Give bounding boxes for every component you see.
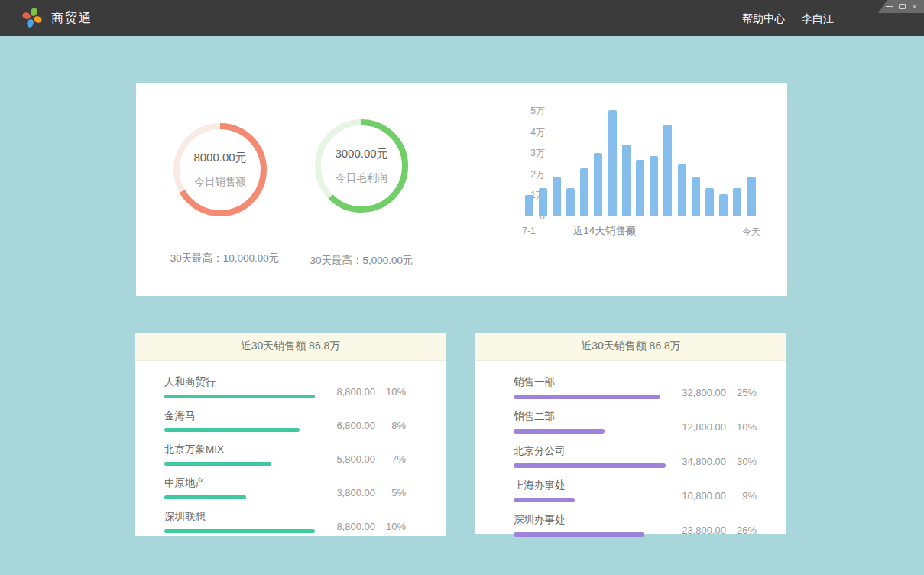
rank-row-values: 10,800.009% [682, 490, 757, 502]
rank-row-left: 上海办事处 [514, 479, 682, 502]
username-menu[interactable]: 李白江 [802, 12, 834, 26]
rank-row-values: 8,800.0010% [336, 386, 406, 398]
bar-chart-plot-area: 5万4万3万2万1万07-17-8今天 [524, 111, 757, 216]
rank-row-amount: 23,800.00 [682, 525, 726, 536]
rank-row-amount: 8,800.00 [336, 521, 375, 532]
gauge-label: 今日毛利润 [336, 171, 387, 185]
rank-row-bar [164, 529, 315, 533]
rank-row-values: 5,800.007% [336, 453, 406, 465]
rank-row-left: 深圳办事处 [514, 513, 682, 537]
customer-sales-rank-card: 近30天销售额 86.8万人和商贸行8,800.0010%金海马6,800.00… [135, 333, 446, 536]
bar [705, 188, 714, 216]
rank-row-bar [164, 395, 315, 398]
overview-card: 8000.00元今日销售额30天最高：10,000.00元3000.00元今日毛… [136, 83, 787, 296]
rank-row-amount: 3,800.00 [336, 487, 375, 499]
x-axis-tick: 今天 [728, 226, 774, 239]
rank-row: 深圳办事处23,800.0026% [475, 513, 786, 537]
bar [636, 160, 644, 217]
rank-row: 深圳联想8,800.0010% [135, 510, 446, 533]
rank-row-left: 金海马 [164, 409, 336, 432]
close-icon[interactable]: × [912, 3, 917, 11]
gauge-value: 8000.00元 [193, 151, 246, 165]
rank-row-values: 8,800.0010% [336, 521, 406, 532]
gauge-text-today-sales: 8000.00元今日销售额 [172, 122, 268, 218]
rank-row-left: 人和商贸行 [164, 375, 336, 398]
rank-row-percent: 9% [726, 490, 757, 502]
rank-row-bar [514, 498, 575, 502]
rank-row-label: 深圳联想 [164, 510, 336, 524]
rank-row-values: 23,800.0026% [682, 525, 757, 536]
bar [525, 195, 533, 216]
pinwheel-logo-icon [21, 7, 43, 28]
chart-caption: 近14天销售额 [528, 224, 681, 238]
rank-row: 金海马6,800.008% [135, 409, 446, 432]
rank-row-label: 北京万象MIX [164, 443, 336, 456]
rank-row-left: 北京分公司 [514, 444, 682, 468]
rank-row-values: 34,800.0030% [682, 456, 757, 467]
rank-row-left: 深圳联想 [164, 510, 336, 533]
rank-row-percent: 30% [726, 456, 757, 467]
bar [580, 168, 588, 217]
rank-row-label: 中原地产 [164, 476, 336, 490]
rank-row-bar [514, 395, 660, 399]
titlebar: 商贸通 帮助中心 李白江 × [0, 0, 924, 36]
rank-row: 北京分公司34,800.0030% [475, 444, 786, 468]
rank-row-amount: 8,800.00 [336, 386, 375, 398]
maximize-icon[interactable] [899, 4, 906, 9]
gauge-value: 3000.00元 [335, 147, 387, 161]
bar [566, 188, 575, 216]
rank-row-percent: 5% [375, 487, 406, 499]
rank-row-left: 中原地产 [164, 476, 336, 499]
bar [553, 177, 561, 216]
rank-row: 中原地产3,800.005% [135, 476, 446, 499]
y-axis-tick: 3万 [514, 148, 545, 158]
rank-row-bar [514, 429, 605, 434]
help-center-link[interactable]: 帮助中心 [742, 12, 785, 26]
rank-row-percent: 7% [375, 453, 406, 465]
gauge-text-today-profit: 3000.00元今日毛利润 [313, 118, 410, 214]
bar [539, 188, 547, 216]
last-14-days-sales-chart: 5万4万3万2万1万07-17-8今天 近14天销售额 [484, 83, 774, 296]
minimize-icon[interactable] [886, 6, 893, 7]
rank-row-bar [514, 463, 666, 468]
rank-row: 人和商贸行8,800.0010% [135, 375, 446, 398]
rank-row: 北京万象MIX5,800.007% [135, 443, 446, 466]
rank-row-amount: 6,800.00 [336, 420, 375, 431]
rank-row-amount: 12,800.00 [682, 421, 726, 433]
rank-row-label: 上海办事处 [514, 479, 682, 492]
rank-card-title: 近30天销售额 86.8万 [135, 333, 446, 361]
bar [733, 188, 741, 216]
gauge-today-profit: 3000.00元今日毛利润 [313, 118, 410, 214]
bar [719, 194, 728, 216]
window-controls: × [878, 0, 924, 13]
rank-row-label: 北京分公司 [514, 444, 682, 458]
bar [678, 164, 686, 216]
rank-row-percent: 10% [375, 386, 406, 398]
department-sales-rank-card: 近30天销售额 86.8万销售一部32,800.0025%销售二部12,800.… [475, 333, 786, 534]
rank-row-label: 销售二部 [514, 410, 682, 424]
rank-row: 销售一部32,800.0025% [475, 375, 786, 399]
rank-row-values: 6,800.008% [336, 420, 406, 431]
gauge-label: 今日销售额 [194, 175, 246, 189]
rank-row: 销售二部12,800.0010% [475, 410, 786, 434]
bar [650, 156, 658, 216]
rank-row-left: 销售二部 [514, 410, 682, 434]
rank-row-values: 12,800.0010% [682, 421, 757, 433]
rank-row-label: 销售一部 [514, 375, 682, 389]
rank-row-left: 北京万象MIX [164, 443, 336, 466]
rank-card-body: 销售一部32,800.0025%销售二部12,800.0010%北京分公司34,… [475, 361, 786, 537]
rank-row-label: 深圳办事处 [514, 513, 682, 527]
rank-row-amount: 34,800.00 [682, 456, 726, 467]
rank-row-amount: 32,800.00 [682, 387, 726, 398]
app-title: 商贸通 [51, 11, 92, 27]
bar [747, 177, 756, 216]
bar [663, 125, 672, 216]
rank-row-label: 金海马 [164, 409, 336, 423]
rank-row-percent: 26% [726, 525, 757, 536]
rank-row-percent: 10% [726, 421, 757, 433]
gauge-today-sales: 8000.00元今日销售额 [172, 122, 268, 218]
bar [692, 177, 700, 216]
rank-card-title: 近30天销售额 86.8万 [475, 333, 786, 361]
rank-row-left: 销售一部 [514, 375, 682, 399]
gauge-30day-max: 30天最高：5,000.00元 [262, 254, 461, 268]
